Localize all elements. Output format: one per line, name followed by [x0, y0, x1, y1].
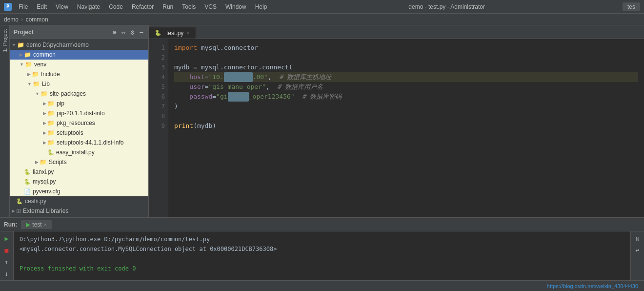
tree-label-ceshi: ceshi.py: [25, 198, 46, 205]
menu-edit[interactable]: Edit: [33, 2, 51, 11]
code-comment-6: # 数据库密码: [302, 92, 342, 102]
panel-icon-settings[interactable]: ⚙: [129, 28, 135, 36]
menu-window[interactable]: Window: [221, 2, 250, 11]
menu-file[interactable]: File: [15, 2, 32, 11]
tree-label-external-libs: External Libraries: [23, 208, 68, 214]
arrow-venv: ▼: [20, 62, 24, 67]
menu-navigate[interactable]: Navigate: [73, 2, 104, 11]
tree-item-pkg[interactable]: ▶ 📁 pkg_resources: [10, 118, 148, 128]
code-host-key: host: [189, 72, 204, 82]
menu-view[interactable]: View: [52, 2, 72, 11]
tree-item-lib[interactable]: ▼ 📁 Lib: [10, 79, 148, 89]
tree-item-mysql-py[interactable]: ▶ 🐍 mysql.py: [10, 177, 148, 187]
tree-item-setuptools-dist[interactable]: ▶ 📁 setuptools-44.1.1.dist-info: [10, 138, 148, 147]
code-print-arg: mydb: [197, 121, 212, 131]
run-scroll-down-button[interactable]: ↓: [2, 269, 12, 278]
breadcrumb-demo[interactable]: demo: [4, 16, 19, 23]
editor-content: 1 2 3 4 5 6 7 8 9 import mysql.connector: [149, 39, 644, 217]
run-panel: Run: ▶ test × ▶ ■ ↑ ↓ D:\python3.7\pytho…: [0, 217, 644, 280]
tree-item-pyvenv[interactable]: ▶ 📄 pyvenv.cfg: [10, 187, 148, 196]
folder-icon-include: 📁: [32, 71, 39, 78]
tree-item-demo[interactable]: ▼ 📁 demo D:\pycharm\demo: [10, 40, 148, 50]
breadcrumb-common[interactable]: common: [26, 16, 48, 23]
tree-item-easy-install[interactable]: ▶ 🐍 easy_install.py: [10, 147, 148, 157]
code-area[interactable]: import mysql.connector mydb = mysql.conn…: [168, 39, 644, 217]
tree-item-pip[interactable]: ▶ 📁 pip: [10, 99, 148, 108]
run-tab-test[interactable]: ▶ test ×: [21, 220, 52, 229]
folder-icon-scripts: 📁: [40, 159, 47, 166]
file-icon-easy-install: 🐍: [47, 149, 54, 156]
status-csdn-link[interactable]: https://blog.csdn.net/weixin_43044430: [547, 283, 638, 289]
panel-icon-scroll[interactable]: ⇔: [121, 28, 126, 36]
code-comma-4: ,: [268, 72, 279, 82]
code-host-masked: ███.███: [224, 72, 253, 82]
tree-item-lianxi[interactable]: ▶ 🐍 lianxi.py: [10, 167, 148, 177]
editor-tab-label: test.py: [166, 30, 183, 37]
run-wrap-button[interactable]: ↩: [633, 245, 643, 255]
run-panel-header: Run: ▶ test ×: [0, 218, 644, 231]
run-tab-label: test: [32, 221, 41, 228]
tree-item-scripts[interactable]: ▶ 📁 Scripts: [10, 157, 148, 167]
editor-tab-close[interactable]: ×: [186, 30, 189, 36]
editor-tab-test[interactable]: 🐍 test.py ×: [149, 27, 196, 39]
run-label: Run:: [4, 221, 17, 228]
code-close-paren: ): [174, 102, 178, 111]
code-indent-6: [174, 92, 189, 102]
tree-label-pyvenv: pyvenv.cfg: [33, 188, 60, 195]
run-sort-button[interactable]: ⇅: [633, 233, 643, 243]
menu-vcs[interactable]: VCS: [201, 2, 221, 11]
tree-label-lianxi: lianxi.py: [33, 168, 54, 175]
code-space-1: mysql.connector: [197, 43, 258, 53]
menu-help[interactable]: Help: [251, 2, 271, 11]
menu-refactor[interactable]: Refactor: [128, 2, 158, 11]
code-host-val: "10.: [208, 72, 223, 82]
title-right-tab: tes: [623, 2, 640, 11]
run-toolbar: ▶ ■ ↑ ↓: [0, 231, 14, 280]
project-tree: ▼ 📁 demo D:\pycharm\demo ▶ 📁 common ▼ 📁 …: [10, 39, 148, 217]
sidebar-vertical: 1: Project: [0, 25, 10, 217]
code-passwd-val1: "gi: [216, 92, 227, 102]
project-panel-title: Project: [14, 29, 108, 36]
breadcrumb-bar: demo › common: [0, 14, 644, 25]
menu-run[interactable]: Run: [159, 2, 177, 11]
tree-label-scripts: Scripts: [49, 159, 67, 166]
code-passwd-val2: _oper123456": [249, 92, 295, 102]
run-play-button[interactable]: ▶: [2, 233, 12, 243]
tree-item-ceshi[interactable]: ▶ 🐍 ceshi.py: [10, 196, 148, 206]
tree-label-easy-install: easy_install.py: [56, 149, 95, 156]
arrow-setuptools: ▶: [43, 130, 46, 135]
run-scroll-up-button[interactable]: ↑: [2, 257, 12, 267]
code-line-2: [174, 53, 638, 62]
tree-item-venv[interactable]: ▼ 📁 venv: [10, 60, 148, 69]
tab-file-icon: 🐍: [155, 30, 161, 36]
tree-item-site-packages[interactable]: ▼ 📁 site-packages: [10, 89, 148, 99]
code-mydb: mydb = mysql.connector.connect(: [174, 62, 293, 72]
code-print-close: ): [212, 121, 216, 131]
tree-item-include[interactable]: ▶ 📁 Include: [10, 69, 148, 79]
folder-icon-pkg: 📁: [47, 120, 55, 126]
panel-icon-minimize[interactable]: −: [139, 28, 144, 36]
folder-icon-setuptools-dist: 📁: [47, 139, 55, 146]
run-stop-button[interactable]: ■: [2, 245, 12, 255]
code-line-7: ): [174, 102, 638, 111]
run-output: D:\python3.7\python.exe D:/pycharm/demo/…: [14, 231, 630, 280]
editor-area: 🐍 test.py × 1 2 3 4 5 6 7 8 9 import: [149, 25, 644, 217]
menu-code[interactable]: Code: [105, 2, 127, 11]
tree-label-mysql-py: mysql.py: [33, 178, 56, 185]
tree-item-common[interactable]: ▶ 📁 common: [10, 50, 148, 60]
tree-item-setuptools[interactable]: ▶ 📁 setuptools: [10, 128, 148, 138]
run-tab-close[interactable]: ×: [44, 222, 47, 228]
code-line-6: passwd = "gi █████ _oper123456" # 数据库密码: [174, 92, 638, 102]
tree-item-pip-dist[interactable]: ▶ 📁 pip-20.1.1.dist-info: [10, 108, 148, 118]
run-output-line-2: <mysql.connector.connection.MySQLConnect…: [20, 244, 624, 254]
tree-label-setuptools: setuptools: [57, 129, 83, 136]
project-panel-header: Project ⊕ ⇔ ⚙ −: [10, 25, 148, 39]
panel-icon-scope[interactable]: ⊕: [111, 28, 117, 36]
menu-tools[interactable]: Tools: [178, 2, 200, 11]
tree-label-lib: Lib: [42, 81, 50, 87]
folder-icon-pip: 📁: [47, 100, 55, 107]
arrow-demo: ▼: [12, 42, 16, 47]
tree-item-external-libs[interactable]: ▶ ⊞ External Libraries: [10, 206, 148, 216]
code-line-4: host = "10. ███.███ .00" , # 数据库主机地址: [174, 72, 638, 82]
code-space-6: [295, 92, 302, 102]
